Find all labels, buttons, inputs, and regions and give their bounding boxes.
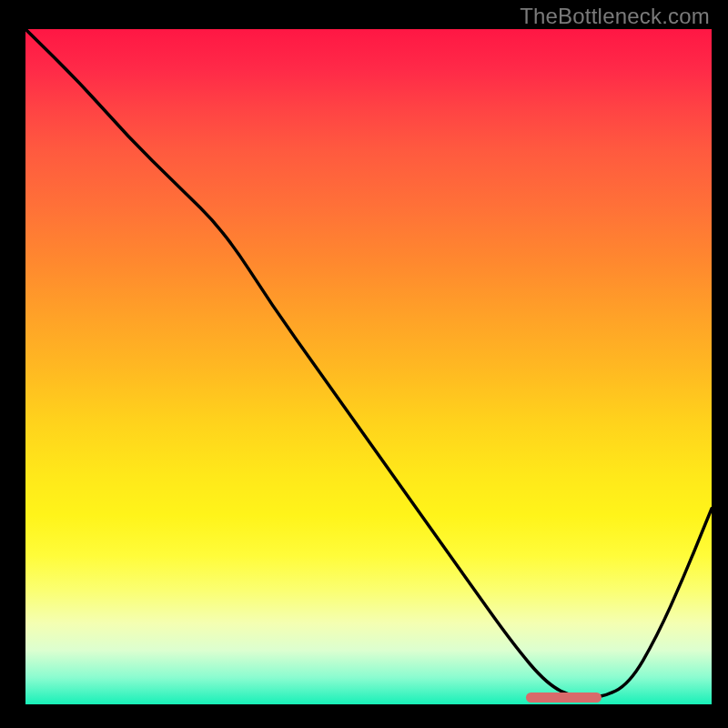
- bottleneck-curve: [25, 29, 712, 704]
- optimum-range-marker: [526, 693, 602, 703]
- watermark-text: TheBottleneck.com: [520, 4, 710, 29]
- chart-container: TheBottleneck.com: [0, 0, 728, 728]
